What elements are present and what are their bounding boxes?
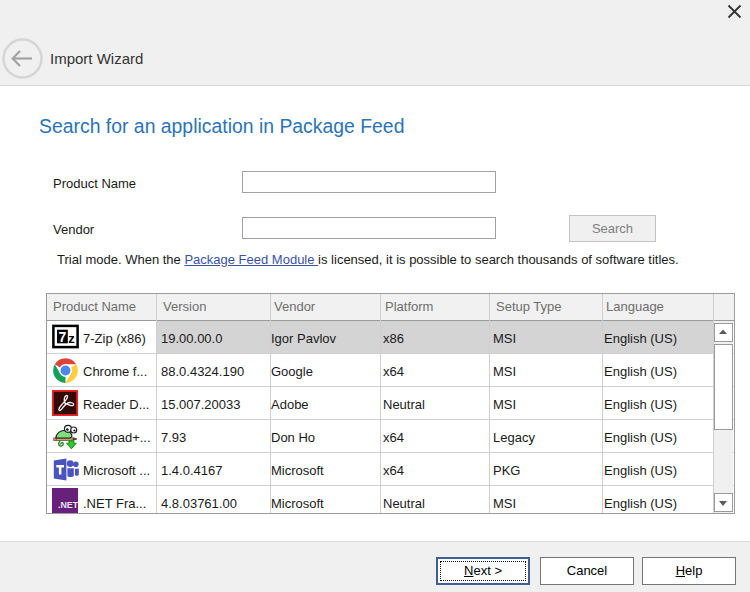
svg-text:.NET: .NET	[58, 500, 78, 510]
svg-text:7: 7	[59, 329, 67, 345]
svg-text:z: z	[68, 331, 75, 346]
